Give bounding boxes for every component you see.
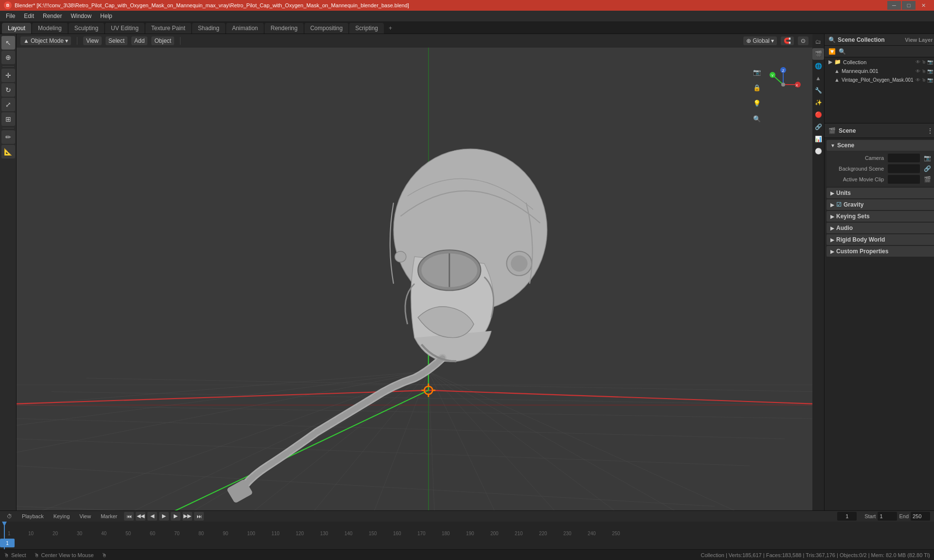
end-value: 250: [913, 513, 921, 519]
custom-properties-section-header[interactable]: ▶ Custom Properties: [826, 246, 934, 257]
object-props-icon[interactable]: ▲: [812, 72, 824, 84]
marker-menu[interactable]: Marker: [98, 512, 120, 520]
keying-sets-section-label: Keying Sets: [836, 213, 870, 220]
add-menu[interactable]: Add: [131, 36, 147, 45]
mode-selector[interactable]: ▲ Object Mode ▾: [20, 36, 71, 45]
measure-tool-button[interactable]: 📐: [1, 145, 15, 158]
outliner-mannequin-item[interactable]: ▲ Mannequin.001 👁 🖱 📷: [830, 67, 934, 75]
prev-keyframe-button[interactable]: ◀◀: [136, 512, 145, 521]
view-menu-timeline[interactable]: View: [76, 512, 94, 520]
background-scene-value[interactable]: [888, 164, 920, 173]
custom-properties-section: ▶ Custom Properties: [826, 246, 934, 257]
menu-window[interactable]: Window: [67, 12, 95, 20]
maximize-button[interactable]: □: [902, 1, 916, 10]
tab-modeling[interactable]: Modeling: [32, 23, 68, 34]
select-tool-button[interactable]: ↖: [1, 36, 15, 50]
menu-file[interactable]: File: [2, 12, 19, 20]
viewport-3d-area[interactable]: X Y Z 📷 🔒 💡 🔍: [17, 48, 812, 533]
tab-layout[interactable]: Layout: [2, 23, 31, 34]
current-frame-input[interactable]: 1: [837, 512, 857, 521]
scale-tool-button[interactable]: ⤢: [1, 98, 15, 111]
search-button[interactable]: 🔍: [750, 112, 764, 125]
rigid-body-world-section-header[interactable]: ▶ Rigid Body World: [826, 234, 934, 245]
view-layer-icon[interactable]: 🗂: [812, 36, 824, 48]
audio-section-header[interactable]: ▶ Audio: [826, 223, 934, 233]
background-scene-icon: 🔗: [924, 165, 931, 172]
snap-toggle[interactable]: 🧲: [781, 36, 794, 45]
menu-render[interactable]: Render: [39, 12, 66, 20]
main-layout: ↖ ⊕ ✛ ↻ ⤢ ⊞ ✏ 📐 ▲ Object Mode ▾ View Sel…: [0, 34, 934, 533]
mode-label: Object Mode: [31, 37, 64, 44]
rotate-tool-button[interactable]: ↻: [1, 83, 15, 97]
scene-section-content: Camera 📷 Background Scene 🔗 Active Movie: [826, 151, 934, 187]
menu-edit[interactable]: Edit: [20, 12, 38, 20]
custom-properties-section-label: Custom Properties: [836, 248, 888, 255]
transform-orientation[interactable]: ⊕ Global ▾: [743, 36, 777, 45]
gravity-section-label: Gravity: [844, 201, 863, 208]
cursor-tool-button[interactable]: ⊕: [1, 51, 15, 64]
data-props-icon[interactable]: 📊: [812, 133, 824, 145]
transform-tool-button[interactable]: ⊞: [1, 112, 15, 126]
viewport-gizmo[interactable]: X Y Z: [764, 65, 803, 104]
tab-shading[interactable]: Shading: [192, 23, 225, 34]
tab-animation[interactable]: Animation: [226, 23, 264, 34]
tab-rendering[interactable]: Rendering: [265, 23, 303, 34]
tab-uv-editing[interactable]: UV Editing: [105, 23, 144, 34]
minimize-button[interactable]: ─: [887, 1, 901, 10]
gravity-section-header[interactable]: ▶ Gravity: [826, 199, 934, 210]
play-button[interactable]: ▶: [159, 512, 169, 521]
viewport-3d[interactable]: ▲ Object Mode ▾ View Select Add Object ⊕…: [17, 34, 812, 533]
keying-menu[interactable]: Keying: [51, 512, 73, 520]
tab-texture-paint[interactable]: Texture Paint: [145, 23, 191, 34]
menu-help[interactable]: Help: [96, 12, 116, 20]
next-keyframe-button[interactable]: ▶▶: [182, 512, 192, 521]
frame-230: 230: [563, 531, 572, 536]
physics-props-icon[interactable]: 🔴: [812, 109, 824, 121]
tab-scripting[interactable]: Scripting: [349, 23, 384, 34]
frame-150: 150: [369, 531, 377, 536]
select-label: Select: [11, 552, 26, 558]
rigid-body-world-chevron: ▶: [830, 237, 834, 243]
close-button[interactable]: ✕: [916, 1, 930, 10]
active-movie-clip-value[interactable]: [888, 175, 920, 184]
timeline-mode-icon[interactable]: ⏱: [4, 512, 15, 520]
material-props-icon[interactable]: ⚪: [812, 145, 824, 157]
units-section-header[interactable]: ▶ Units: [826, 188, 934, 198]
object-menu[interactable]: Object: [151, 36, 174, 45]
start-frame-input[interactable]: 1: [878, 512, 897, 521]
camera-value[interactable]: [888, 154, 920, 162]
add-workspace-button[interactable]: +: [385, 23, 396, 34]
particle-props-icon[interactable]: ✨: [812, 97, 824, 108]
view-menu[interactable]: View: [83, 36, 102, 45]
keying-sets-section-header[interactable]: ▶ Keying Sets: [826, 211, 934, 222]
tab-sculpting[interactable]: Sculpting: [69, 23, 104, 34]
toggle-lock-button[interactable]: 🔒: [750, 81, 764, 94]
properties-options-icon[interactable]: ⋮: [927, 127, 933, 134]
select-menu[interactable]: Select: [106, 36, 127, 45]
modifier-props-icon[interactable]: 🔧: [812, 85, 824, 96]
playback-menu[interactable]: Playback: [19, 512, 47, 520]
prev-frame-button[interactable]: ◀: [147, 512, 157, 521]
gravity-checkbox[interactable]: [836, 201, 842, 208]
start-end-controls: Start 1 End 250: [864, 512, 930, 521]
jump-end-button[interactable]: ⏭: [194, 512, 204, 521]
frame-numbers: 1 10 20 30 40 50 60 70 80 90 100 110 120…: [0, 524, 934, 538]
mode-icon: ▲: [23, 37, 29, 44]
scene-section-header[interactable]: ▼ Scene: [826, 140, 934, 151]
jump-start-button[interactable]: ⏮: [124, 512, 134, 521]
end-frame-input[interactable]: 250: [911, 512, 930, 521]
scene-collection-title: Scene Collection: [838, 36, 885, 43]
next-frame-button[interactable]: ▶: [171, 512, 180, 521]
proportional-edit[interactable]: ⊙: [798, 36, 808, 45]
outliner-collection-item[interactable]: ▶ 📁 Collection 👁 🖱 📷: [825, 57, 934, 67]
timeline-ruler[interactable]: 1 10 20 30 40 50 60 70 80 90 100 110 120…: [0, 522, 934, 549]
tab-compositing[interactable]: Compositing: [305, 23, 349, 34]
annotate-tool-button[interactable]: ✏: [1, 130, 15, 144]
world-props-icon[interactable]: 🌐: [812, 60, 824, 72]
constraints-props-icon[interactable]: 🔗: [812, 121, 824, 133]
outliner-mask-item[interactable]: ▲ Vintage_Pilot_Oxygen_Mask.001 👁 🖱 📷: [830, 75, 934, 84]
move-tool-button[interactable]: ✛: [1, 69, 15, 82]
scene-props-icon[interactable]: 🎬: [812, 48, 824, 60]
zoom-camera-button[interactable]: 📷: [750, 65, 764, 79]
toggle-light-button[interactable]: 💡: [750, 96, 764, 110]
